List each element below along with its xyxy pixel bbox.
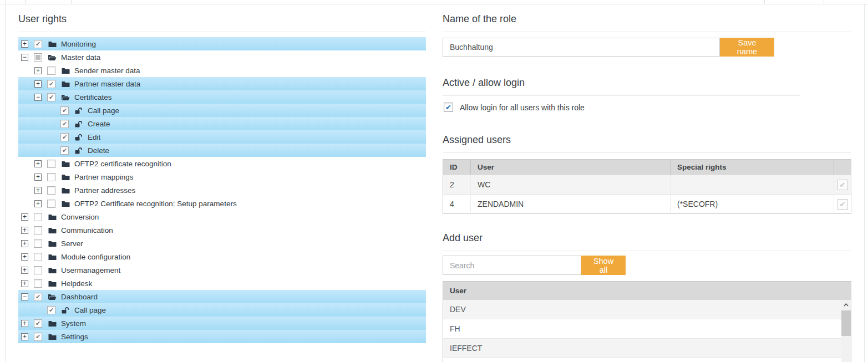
tree-indent-spacer: [48, 120, 55, 128]
collapse-icon[interactable]: −: [34, 94, 42, 101]
tree-checkbox[interactable]: ✔: [47, 306, 55, 314]
tree-item[interactable]: +✔Monitoring: [18, 37, 426, 50]
tree-checkbox[interactable]: [34, 53, 42, 62]
tree-item[interactable]: +✔System: [18, 317, 426, 330]
tree-item[interactable]: +Module configuration: [18, 250, 426, 263]
tree-checkbox[interactable]: ✔: [34, 40, 42, 48]
expand-icon[interactable]: +: [21, 280, 28, 287]
tree-item[interactable]: ✔Call page: [18, 303, 426, 317]
tree-checkbox[interactable]: [47, 160, 55, 168]
expand-icon[interactable]: +: [34, 67, 42, 74]
check-icon: ✔: [62, 121, 67, 127]
tree-item[interactable]: +Partner mappings: [18, 170, 426, 183]
tree-item[interactable]: ✔Call page: [18, 104, 426, 117]
tree-item[interactable]: +✔Settings: [18, 330, 426, 343]
tree-checkbox[interactable]: [34, 226, 42, 234]
expand-icon[interactable]: +: [21, 253, 28, 261]
tree-checkbox[interactable]: [34, 239, 42, 248]
tree-checkbox[interactable]: ✔: [34, 333, 42, 341]
tree-item[interactable]: +OFTP2 certificate recognition: [18, 157, 426, 170]
check-icon: ✔: [35, 294, 40, 300]
add-user-title: Add user: [443, 232, 483, 244]
expand-icon[interactable]: +: [21, 240, 28, 247]
tree-checkbox[interactable]: ✔: [60, 146, 69, 155]
tree-item[interactable]: +Usermanagement: [18, 263, 426, 277]
search-input[interactable]: [443, 256, 581, 275]
tree-checkbox[interactable]: ✔: [47, 93, 55, 101]
tree-checkbox[interactable]: [47, 67, 55, 75]
cell-special-rights: [671, 175, 834, 195]
tree-indent-spacer: [48, 147, 55, 154]
tree-checkbox[interactable]: ✔: [34, 319, 42, 328]
expand-icon[interactable]: +: [34, 187, 42, 194]
tree-item[interactable]: +Server: [18, 237, 426, 250]
tree-checkbox[interactable]: [34, 253, 42, 261]
role-name-input[interactable]: [443, 38, 720, 57]
folder-closed-icon: [48, 240, 57, 247]
tree-item-label: Partner mappings: [74, 173, 134, 181]
divider: [443, 251, 851, 251]
tree-checkbox[interactable]: ✔: [34, 293, 42, 301]
tree-item[interactable]: −✔Dashboard: [18, 290, 426, 303]
tree-item[interactable]: ✔Edit: [18, 130, 426, 144]
tree-checkbox[interactable]: ✔: [60, 120, 69, 128]
collapse-icon[interactable]: −: [21, 54, 28, 61]
tree-item[interactable]: +OFTP2 Certificate recognition: Setup pa…: [18, 197, 426, 210]
expand-icon[interactable]: +: [21, 267, 28, 274]
top-toolbar-strip: [0, 0, 868, 4]
scrollbar[interactable]: [841, 300, 851, 362]
tree-checkbox[interactable]: ✔: [60, 106, 69, 115]
tree-checkbox[interactable]: [34, 213, 42, 221]
tree-item[interactable]: −Master data: [18, 50, 426, 64]
tree-item[interactable]: ✔Delete: [18, 144, 426, 157]
folder-closed-icon: [61, 187, 70, 194]
tree-checkbox[interactable]: ✔: [60, 133, 69, 141]
check-icon: ✔: [35, 334, 40, 340]
tree-item-label: Call page: [74, 306, 106, 314]
tree-checkbox[interactable]: [47, 200, 55, 208]
collapse-icon[interactable]: −: [21, 293, 28, 300]
expand-icon[interactable]: +: [21, 320, 28, 327]
expand-icon[interactable]: +: [21, 213, 28, 221]
check-icon: ✔: [840, 201, 846, 208]
tree-item[interactable]: −✔Certificates: [18, 90, 426, 104]
expand-icon[interactable]: +: [34, 80, 42, 88]
tree-item-label: Partner master data: [74, 80, 140, 88]
tree-item[interactable]: +Partner addresses: [18, 183, 426, 197]
tree-checkbox[interactable]: [47, 186, 55, 195]
tree-item[interactable]: ✔Create: [18, 117, 426, 130]
tree-checkbox[interactable]: [47, 173, 55, 181]
tree-item[interactable]: +Helpdesk: [18, 277, 426, 290]
show-all-button[interactable]: Show all: [581, 256, 626, 275]
table-row[interactable]: 2WC✔: [443, 175, 851, 194]
active-login-title: Active / allow login: [443, 77, 525, 89]
tree-item[interactable]: +✔Partner master data: [18, 77, 426, 90]
expand-icon[interactable]: +: [21, 40, 28, 48]
user-list-item[interactable]: DEV: [443, 300, 841, 319]
tree-checkbox[interactable]: ✔: [47, 80, 55, 88]
tree-checkbox[interactable]: [34, 266, 42, 274]
tree-item[interactable]: +Sender master data: [18, 64, 426, 77]
tree-item-label: OFTP2 certificate recognition: [74, 160, 171, 168]
tree-item-label: Dashboard: [61, 293, 98, 301]
expand-icon[interactable]: +: [21, 333, 28, 340]
expand-icon[interactable]: +: [34, 174, 42, 181]
scrollbar-thumb[interactable]: [841, 310, 851, 336]
role-name-row: Save name: [443, 38, 774, 57]
scroll-up-button[interactable]: [841, 300, 851, 309]
user-list-item[interactable]: FH: [443, 319, 841, 339]
expand-icon[interactable]: +: [34, 200, 42, 207]
user-list-item[interactable]: IEFFECT: [443, 339, 841, 358]
tree-item[interactable]: +Communication: [18, 223, 426, 237]
save-name-button[interactable]: Save name: [720, 38, 774, 57]
cell-user: ZENDADMIN: [471, 195, 671, 214]
expand-icon[interactable]: +: [34, 160, 42, 167]
role-details-panel: Name of the role Save name Active / allo…: [443, 4, 851, 362]
tree-checkbox[interactable]: [34, 279, 42, 288]
tree-item-label: Partner addresses: [74, 186, 135, 195]
allow-login-checkbox[interactable]: ✔: [444, 103, 453, 112]
expand-icon[interactable]: +: [21, 227, 28, 234]
tree-item[interactable]: +Conversion: [18, 210, 426, 223]
folder-closed-icon: [48, 40, 57, 48]
table-row[interactable]: 4ZENDADMIN(*SECOFR)✔: [443, 194, 851, 213]
